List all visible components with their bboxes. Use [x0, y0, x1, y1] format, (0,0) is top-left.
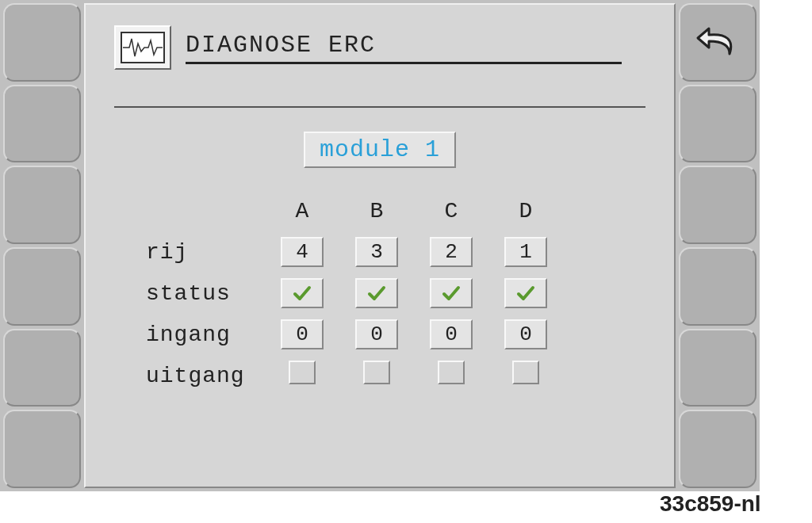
row-ingang: ingang 0 0 0 0 [114, 314, 645, 355]
device-frame: DIAGNOSE ERC module 1 A B C D rij 4 3 2 … [0, 0, 760, 491]
col-head-b: B [339, 199, 414, 223]
status-b-check-icon [355, 278, 398, 308]
col-head-d: D [488, 199, 563, 223]
left-softkey-5[interactable] [3, 329, 81, 407]
rij-d: 1 [504, 237, 547, 267]
uitgang-a [289, 361, 316, 384]
uitgang-d [512, 361, 539, 384]
screen-panel: DIAGNOSE ERC module 1 A B C D rij 4 3 2 … [84, 3, 676, 488]
ingang-c: 0 [430, 319, 473, 349]
left-softkey-1[interactable] [3, 3, 81, 82]
rij-b: 3 [355, 237, 398, 267]
row-uitgang: uitgang [114, 355, 645, 396]
module-selector[interactable]: module 1 [304, 132, 456, 168]
row-label-uitgang: uitgang [114, 364, 265, 388]
page-title: DIAGNOSE ERC [186, 32, 622, 64]
waveform-icon [114, 25, 171, 70]
col-head-c: C [414, 199, 488, 223]
col-head-a: A [265, 199, 339, 223]
row-rij: rij 4 3 2 1 [114, 231, 645, 273]
left-softkey-3[interactable] [3, 166, 81, 244]
ingang-a: 0 [281, 319, 324, 349]
status-d-check-icon [504, 278, 547, 308]
screen-header: DIAGNOSE ERC [114, 25, 645, 70]
uitgang-c [438, 361, 465, 384]
back-button[interactable] [679, 3, 756, 82]
left-softkey-column [0, 0, 84, 491]
row-status: status [114, 273, 645, 314]
ingang-b: 0 [355, 319, 398, 349]
rij-a: 4 [281, 237, 324, 267]
left-softkey-6[interactable] [3, 410, 81, 488]
status-a-check-icon [281, 278, 324, 308]
right-softkey-2[interactable] [679, 85, 756, 163]
right-softkey-3[interactable] [679, 166, 756, 244]
grid-header-row: A B C D [114, 190, 645, 231]
row-label-status: status [114, 281, 265, 306]
right-softkey-6[interactable] [679, 410, 756, 488]
right-softkey-column [676, 0, 760, 491]
rij-c: 2 [430, 237, 473, 267]
divider [114, 106, 645, 108]
image-id-label: 33c859-nl [660, 491, 761, 517]
right-softkey-4[interactable] [679, 247, 756, 326]
row-label-ingang: ingang [114, 323, 265, 347]
ingang-d: 0 [504, 319, 547, 349]
uitgang-b [363, 361, 390, 384]
diagnose-grid: A B C D rij 4 3 2 1 status [114, 190, 645, 396]
left-softkey-2[interactable] [3, 85, 81, 163]
row-label-rij: rij [114, 240, 265, 265]
status-c-check-icon [430, 278, 473, 308]
right-softkey-5[interactable] [679, 329, 756, 407]
left-softkey-4[interactable] [3, 247, 81, 326]
